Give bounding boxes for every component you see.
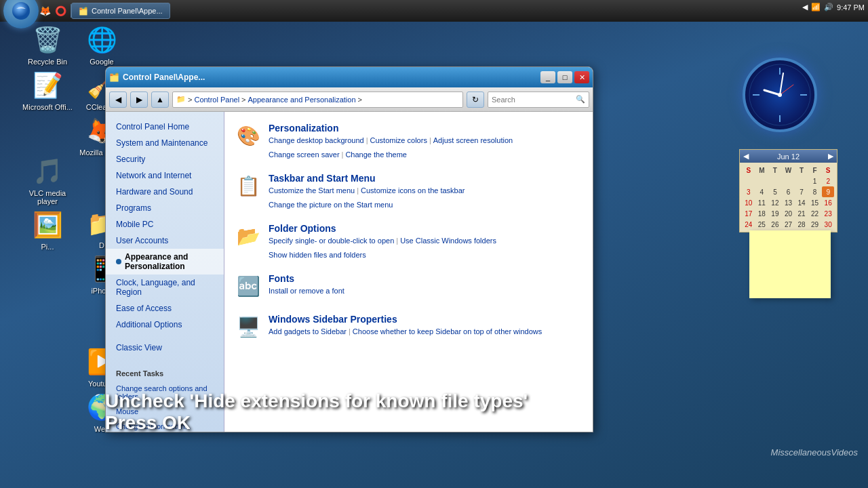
recycle-bin-icon[interactable]: 🗑️ Recycle Bin (20, 24, 75, 66)
personalization-link-2[interactable]: Adjust screen resolution (433, 136, 513, 148)
taskbar-link-1[interactable]: Customize icons on the taskbar (361, 186, 465, 199)
folder-options-icon: 📂 (235, 222, 262, 249)
breadcrumb-appearance[interactable]: Appearance and Personalization (248, 96, 356, 104)
sidebar-props-item: 🖥️ Windows Sidebar Properties Add gadget… (235, 313, 583, 340)
sidebar-item-system[interactable]: System and Maintenance (106, 135, 224, 151)
taskbar-link-0[interactable]: Customize the Start menu (269, 186, 355, 199)
calendar-grid: S M T W T F S 1 2 3 4 5 6 (740, 163, 837, 232)
personalization-icon: 🎨 (235, 122, 262, 149)
sidebar: Control Panel Home System and Maintenanc… (106, 112, 224, 432)
folder-link-2[interactable]: Show hidden files and folders (269, 251, 366, 259)
window-titlebar: 🗂️ Control Panel\Appe... _ □ ✕ (106, 67, 593, 87)
sidebar-item-appearance[interactable]: Appearance and Personalization (106, 249, 224, 274)
taskbar-info: Taskbar and Start Menu Customize the Sta… (269, 172, 583, 209)
folder-options-title[interactable]: Folder Options (269, 223, 336, 234)
sidebar-link-0[interactable]: Add gadgets to Sidebar (269, 327, 347, 336)
svg-line-7 (780, 73, 783, 95)
fonts-title[interactable]: Fonts (269, 273, 294, 284)
control-panel-window: 🗂️ Control Panel\Appe... _ □ ✕ ◀ ▶ ▲ 📁 >… (105, 66, 593, 432)
nav-bar: ◀ ▶ ▲ 📁 > Control Panel > Appearance and… (106, 87, 593, 112)
recent-tasks-title: Recent Tasks (106, 366, 224, 381)
google-chrome-icon[interactable]: 🌐 Google (75, 24, 129, 66)
recent-tasks-section: Recent Tasks Change search options and f… (106, 366, 224, 432)
firefox-icon[interactable]: 🦊 (38, 4, 52, 18)
fonts-link-0[interactable]: Install or remove a font (269, 287, 344, 295)
sidebar-props-title[interactable]: Windows Sidebar Properties (269, 314, 397, 325)
fonts-item: 🔤 Fonts Install or remove a font (235, 272, 583, 300)
refresh-button[interactable]: ↻ (467, 92, 484, 108)
taskbar-links: Customize the Start menu | Customize ico… (269, 186, 583, 209)
personalization-link-4[interactable]: Change the theme (345, 150, 407, 159)
sidebar-item-additional[interactable]: Additional Options (106, 317, 224, 333)
breadcrumb-controlpanel[interactable]: Control Panel (194, 96, 239, 104)
personalization-links: Change desktop background | Customize co… (269, 136, 583, 159)
system-tray: ◀ 📶 🔊 9:47 PM (802, 3, 865, 12)
fonts-info: Fonts Install or remove a font (269, 272, 583, 295)
folder-link-1[interactable]: Use Classic Windows folders (400, 237, 496, 249)
recent-task-2[interactable]: Mouse (106, 404, 224, 419)
personalization-info: Personalization Change desktop backgroun… (269, 122, 583, 159)
personalization-link-1[interactable]: Customize colors (370, 136, 427, 148)
sidebar-item-programs[interactable]: Programs (106, 200, 224, 216)
active-window-button[interactable]: 🗂️ Control Panel\Appe... (71, 3, 170, 19)
sidebar-item-hardware[interactable]: Hardware and Sound (106, 184, 224, 200)
vlc-icon[interactable]: 🎵 VLC media player (20, 155, 75, 205)
personalization-item: 🎨 Personalization Change desktop backgro… (235, 122, 583, 159)
svg-point-0 (12, 2, 30, 20)
calendar-week-4: 17 18 19 20 21 22 23 (742, 208, 835, 219)
sidebar-item-accounts[interactable]: User Accounts (106, 232, 224, 249)
sidebar-item-home[interactable]: Control Panel Home (106, 119, 224, 135)
sidebar-item-security[interactable]: Security (106, 151, 224, 167)
picture-icon[interactable]: 🖼️ Pi... (20, 209, 75, 251)
personalization-link-0[interactable]: Change desktop background (269, 136, 364, 148)
maximize-button[interactable]: □ (557, 71, 572, 83)
desktop-icons-col1: 🗑️ Recycle Bin 📝 Microsoft Offi... 🎵 VLC… (20, 24, 75, 251)
forward-button[interactable]: ▶ (130, 92, 148, 108)
top-taskbar: 🖥️ 🌐 🦊 ⭕ 🗂️ Control Panel\Appe... ◀ 📶 🔊 … (0, 0, 868, 22)
folder-link-0[interactable]: Specify single- or double-click to open (269, 237, 394, 249)
svg-line-6 (764, 90, 780, 95)
fonts-links: Install or remove a font (269, 287, 583, 295)
folder-options-info: Folder Options Specify single- or double… (269, 222, 583, 259)
close-button[interactable]: ✕ (574, 71, 589, 83)
taskbar-item: 📋 Taskbar and Start Menu Customize the S… (235, 172, 583, 209)
recent-task-3[interactable]: Change button settin... (106, 419, 224, 432)
search-input[interactable] (492, 96, 576, 104)
sidebar-item-classic[interactable]: Classic View (106, 340, 224, 356)
recent-task-1[interactable]: Change search options and folders (106, 381, 224, 404)
minimize-button[interactable]: _ (540, 71, 555, 83)
tray-icon-1: 📶 (811, 3, 821, 12)
sidebar-item-clock[interactable]: Clock, Language, and Region (106, 274, 224, 300)
sidebar-item-network[interactable]: Network and Internet (106, 167, 224, 184)
taskbar-link-2[interactable]: Change the picture on the Start menu (269, 201, 393, 209)
calendar-week-2: 3 4 5 6 7 8 9 (742, 186, 835, 197)
sidebar-props-links: Add gadgets to Sidebar | Choose whether … (269, 327, 583, 336)
sidebar-item-mobilepc[interactable]: Mobile PC (106, 216, 224, 232)
svg-point-9 (778, 93, 782, 97)
sidebar-props-info: Windows Sidebar Properties Add gadgets t… (269, 313, 583, 336)
sidebar-props-icon: 🖥️ (235, 313, 262, 340)
sidebar-item-ease[interactable]: Ease of Access (106, 300, 224, 317)
calendar-day-headers: S M T W T F S (742, 165, 835, 176)
personalization-link-3[interactable]: Change screen saver (269, 150, 340, 159)
back-button[interactable]: ◀ (109, 92, 127, 108)
taskbar-title[interactable]: Taskbar and Start Menu (269, 173, 376, 184)
clock-widget (743, 58, 824, 139)
chrome-icon[interactable]: ⭕ (54, 4, 67, 18)
tray-arrows[interactable]: ◀ (802, 3, 808, 12)
calendar-prev[interactable]: ◀ (743, 152, 749, 161)
up-button[interactable]: ▲ (151, 92, 169, 108)
personalization-title[interactable]: Personalization (269, 123, 338, 134)
search-box[interactable]: 🔍 (488, 92, 589, 108)
taskbar-icon: 📋 (235, 172, 262, 199)
sidebar-link-1[interactable]: Choose whether to keep Sidebar on top of… (353, 327, 542, 336)
desktop: 🖥️ 🌐 🦊 ⭕ 🗂️ Control Panel\Appe... ◀ 📶 🔊 … (0, 0, 868, 488)
calendar-next[interactable]: ▶ (828, 152, 833, 161)
search-icon: 🔍 (576, 95, 585, 104)
window-controls: _ □ ✕ (540, 71, 589, 83)
calendar-month: Jun 12 (777, 152, 800, 161)
address-bar: 📁 > Control Panel > Appearance and Perso… (172, 92, 463, 108)
tray-icon-2: 🔊 (824, 3, 833, 12)
ms-office-icon[interactable]: 📝 Microsoft Offi... (20, 69, 75, 111)
calendar-week-3: 10 11 12 13 14 15 16 (742, 197, 835, 208)
